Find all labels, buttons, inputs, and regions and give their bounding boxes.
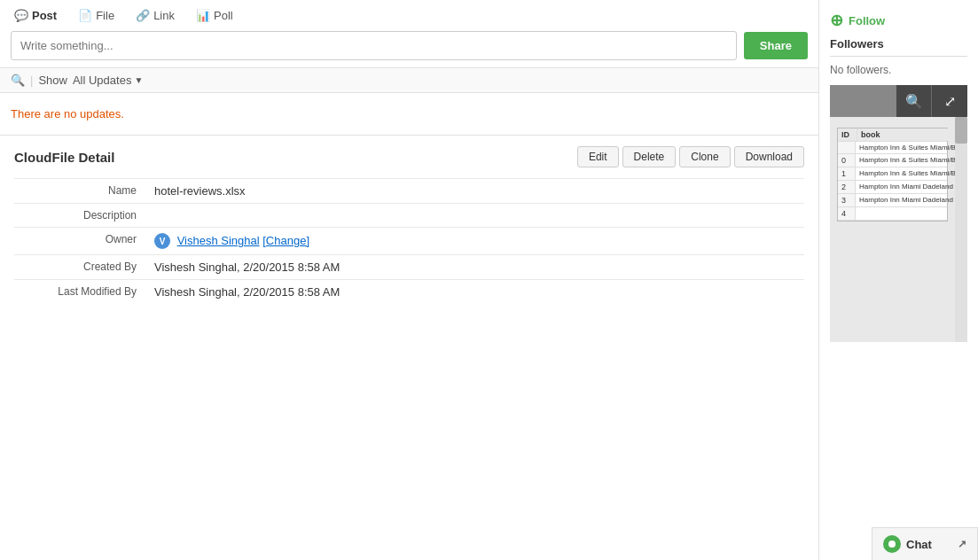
chat-button[interactable]: Chat ↗ <box>872 527 978 560</box>
excel-row: 3 Hampton Inn Miami Dadeland (FL) <box>838 194 947 207</box>
download-button[interactable]: Download <box>734 146 804 167</box>
table-row: Description <box>14 204 804 228</box>
follow-button[interactable]: ⊕ Follow <box>830 11 967 30</box>
edit-button[interactable]: Edit <box>577 146 619 167</box>
excel-cell-id: 1 <box>838 167 856 180</box>
tab-post-label: Post <box>32 9 57 22</box>
last-modified-value: Vishesh Singhal, 2/20/2015 8:58 AM <box>147 280 804 305</box>
plus-icon: ⊕ <box>830 11 843 30</box>
poll-icon: 📊 <box>196 9 210 22</box>
last-modified-label: Last Modified By <box>14 280 147 305</box>
name-label: Name <box>14 179 147 204</box>
search-icon: 🔍 <box>11 74 25 87</box>
expand-chat-icon: ↗ <box>958 538 966 550</box>
avatar: V <box>154 233 170 249</box>
followers-title: Followers <box>830 37 967 51</box>
follow-label: Follow <box>849 14 885 27</box>
no-followers-message: No followers. <box>830 64 967 76</box>
excel-cell-id: 4 <box>838 207 856 220</box>
post-icon: 💬 <box>14 9 28 22</box>
zoom-icon[interactable]: 🔍 <box>896 85 932 117</box>
excel-cell-id-header: ID <box>838 128 857 141</box>
tab-poll-label: Poll <box>214 9 233 22</box>
no-updates-message: There are no updates. <box>0 93 818 135</box>
table-row: Last Modified By Vishesh Singhal, 2/20/2… <box>14 280 804 305</box>
tab-link-label: Link <box>153 9 175 22</box>
post-input[interactable] <box>11 31 737 60</box>
excel-cell-book-header: book <box>857 128 955 141</box>
scrollbar-thumb <box>955 117 967 144</box>
preview-toolbar: 🔍 ⤢ <box>896 85 967 117</box>
all-updates-label: All Updates <box>73 74 131 87</box>
chat-label: Chat <box>906 538 932 551</box>
description-value <box>147 204 804 228</box>
owner-name-link[interactable]: Vishesh Singhal <box>177 234 260 247</box>
owner-value: V Vishesh Singhal [Change] <box>147 228 804 255</box>
excel-cell-id: 2 <box>838 181 856 193</box>
created-by-label: Created By <box>14 255 147 280</box>
description-label: Description <box>14 204 147 228</box>
excel-cell-book: Hampton Inn & Suites Miami/Brickell-Down… <box>856 167 955 180</box>
table-row: Created By Vishesh Singhal, 2/20/2015 8:… <box>14 255 804 280</box>
change-link[interactable]: [Change] <box>262 234 309 247</box>
excel-cell-id: 3 <box>838 194 856 206</box>
owner-label: Owner <box>14 228 147 255</box>
excel-row: 2 Hampton Inn Miami Dadeland (FL) <box>838 181 947 194</box>
excel-row: 0 Hampton Inn & Suites Miami/Brickell-Do… <box>838 154 947 167</box>
chevron-down-icon: ▼ <box>134 75 143 85</box>
cloudfile-title: CloudFile Detail <box>14 150 114 165</box>
excel-header-row: ID book <box>838 128 947 142</box>
created-by-value: Vishesh Singhal, 2/20/2015 8:58 AM <box>147 255 804 280</box>
excel-cell-book: Hampton Inn & Suites Miami/Brickell-Down… <box>856 142 955 153</box>
expand-icon[interactable]: ⤢ <box>932 85 967 117</box>
excel-preview: ID book Hampton Inn & Suites Miami/Brick… <box>830 117 955 342</box>
excel-cell-book <box>856 207 955 220</box>
delete-button[interactable]: Delete <box>622 146 677 167</box>
clone-button[interactable]: Clone <box>679 146 730 167</box>
scrollbar-track[interactable] <box>955 117 967 342</box>
excel-row: 4 <box>838 207 947 221</box>
chat-icon <box>883 535 901 553</box>
preview-panel: 🔍 ⤢ ID book Hampton Inn & Suites Miami/B… <box>830 85 967 342</box>
excel-table: ID book Hampton Inn & Suites Miami/Brick… <box>837 128 948 222</box>
tab-poll[interactable]: 📊 Poll <box>192 7 237 24</box>
link-icon: 🔗 <box>136 9 150 22</box>
tab-link[interactable]: 🔗 Link <box>132 7 178 24</box>
chat-dot <box>888 541 896 548</box>
excel-cell-id <box>838 142 856 153</box>
share-button[interactable]: Share <box>744 32 808 59</box>
chat-button-container: Chat ↗ <box>872 527 978 560</box>
table-row: Name hotel-reviews.xlsx <box>14 179 804 204</box>
all-updates-dropdown[interactable]: All Updates ▼ <box>73 74 143 87</box>
file-icon: 📄 <box>78 9 92 22</box>
table-row: Owner V Vishesh Singhal [Change] <box>14 228 804 255</box>
excel-row: Hampton Inn & Suites Miami/Brickell-Down… <box>838 142 947 154</box>
excel-cell-book: Hampton Inn & Suites Miami/Brickell-Down… <box>856 154 955 167</box>
name-value: hotel-reviews.xlsx <box>147 179 804 204</box>
tab-file[interactable]: 📄 File <box>74 7 118 24</box>
excel-cell-book: Hampton Inn Miami Dadeland (FL) <box>856 181 955 193</box>
followers-divider <box>830 56 967 57</box>
excel-row: 1 Hampton Inn & Suites Miami/Brickell-Do… <box>838 167 947 181</box>
tab-file-label: File <box>96 9 114 22</box>
tab-post[interactable]: 💬 Post <box>11 7 60 24</box>
excel-cell-id: 0 <box>838 154 856 167</box>
show-label: Show <box>38 74 67 87</box>
excel-cell-book: Hampton Inn Miami Dadeland (FL) <box>856 194 955 206</box>
